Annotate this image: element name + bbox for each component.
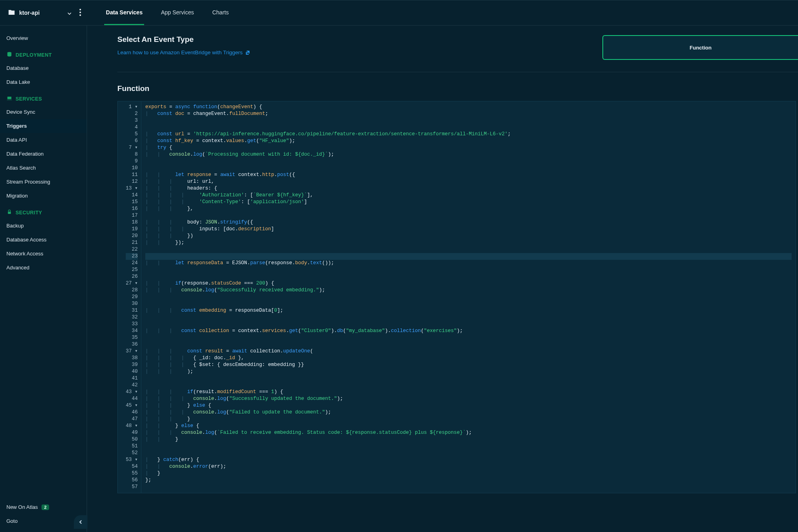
sidebar-item-migration[interactable]: Migration (0, 189, 87, 203)
new-on-atlas-badge: 2 (42, 504, 49, 510)
database-stack-icon (6, 51, 12, 59)
project-name: ktor-api (19, 10, 40, 16)
section-header-label: SERVICES (16, 96, 42, 102)
svg-point-1 (79, 12, 81, 13)
laptop-icon (6, 95, 12, 103)
folder-icon (8, 9, 15, 17)
external-link-icon (245, 50, 250, 55)
lock-icon (6, 209, 12, 216)
sidebar-item-data-api[interactable]: Data API (0, 133, 87, 147)
tab-data-services[interactable]: Data Services (104, 1, 144, 25)
collapse-sidebar-button[interactable] (74, 515, 87, 529)
svg-rect-5 (8, 212, 11, 214)
sidebar-item-new-on-atlas[interactable]: New On Atlas 2 (0, 500, 87, 514)
sidebar-section-security: SECURITY (0, 203, 87, 219)
sidebar-item-stream-processing[interactable]: Stream Processing (0, 175, 87, 189)
sidebar-section-services: SERVICES (0, 89, 87, 105)
sidebar-item-database-access[interactable]: Database Access (0, 233, 87, 247)
function-section-heading: Function (117, 84, 798, 93)
tab-charts[interactable]: Charts (211, 1, 230, 25)
topbar: ktor-api Data Services App Services Char… (0, 0, 798, 26)
sidebar-item-backup[interactable]: Backup (0, 219, 87, 233)
learn-eventbridge-link[interactable]: Learn how to use Amazon EventBridge with… (117, 49, 250, 55)
top-tabs: Data Services App Services Charts (104, 1, 230, 25)
sidebar-item-data-lake[interactable]: Data Lake (0, 75, 87, 89)
code-body[interactable]: exports = async function(changeEvent) {|… (141, 101, 796, 493)
sidebar-section-deployment: DEPLOYMENT (0, 45, 87, 61)
chevron-left-icon (78, 520, 83, 524)
sidebar-item-atlas-search[interactable]: Atlas Search (0, 161, 87, 175)
sidebar-item-advanced[interactable]: Advanced (0, 261, 87, 275)
content: Select An Event Type Learn how to use Am… (87, 26, 798, 532)
event-type-function-card[interactable]: Function (602, 35, 798, 60)
project-selector[interactable]: ktor-api (5, 7, 75, 19)
code-editor[interactable]: 1 ▾2 3 4 5 6 7 ▾8 9 10 11 12 13 ▾14 15 1… (117, 101, 796, 493)
event-type-heading: Select An Event Type (117, 35, 250, 44)
code-gutter: 1 ▾2 3 4 5 6 7 ▾8 9 10 11 12 13 ▾14 15 1… (118, 101, 141, 493)
sidebar-item-network-access[interactable]: Network Access (0, 247, 87, 261)
new-on-atlas-label: New On Atlas (6, 504, 38, 510)
function-card-label: Function (690, 45, 712, 51)
sidebar-item-device-sync[interactable]: Device Sync (0, 105, 87, 119)
svg-rect-4 (8, 97, 12, 99)
tab-app-services[interactable]: App Services (159, 1, 195, 25)
event-type-row: Select An Event Type Learn how to use Am… (117, 35, 798, 72)
learn-link-text: Learn how to use Amazon EventBridge with… (117, 49, 243, 55)
more-menu-button[interactable] (79, 9, 81, 17)
sidebar-bottom: New On Atlas 2 Goto (0, 500, 87, 528)
sidebar: Overview DEPLOYMENT Database Data Lake S… (0, 26, 87, 532)
section-header-label: DEPLOYMENT (16, 52, 52, 58)
sidebar-item-data-federation[interactable]: Data Federation (0, 147, 87, 161)
sidebar-item-database[interactable]: Database (0, 61, 87, 75)
svg-point-0 (79, 9, 81, 10)
sidebar-item-overview[interactable]: Overview (0, 31, 87, 45)
svg-point-2 (79, 14, 81, 16)
section-header-label: SECURITY (16, 210, 42, 216)
chevron-down-icon (67, 11, 71, 15)
sidebar-item-triggers[interactable]: Triggers (0, 119, 87, 133)
